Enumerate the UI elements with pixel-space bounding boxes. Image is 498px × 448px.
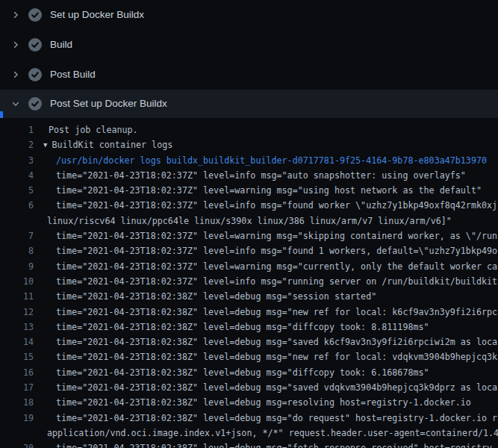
line-number[interactable]: 7 — [0, 228, 34, 243]
line-number[interactable]: 2 — [0, 137, 34, 152]
log-line: 10time="2021-04-23T18:02:37Z" level=info… — [0, 274, 498, 289]
log-text: Post job cleanup. — [49, 122, 138, 137]
step-toggle[interactable] — [10, 10, 21, 20]
step-toggle[interactable] — [10, 99, 21, 109]
step-toggle[interactable] — [10, 40, 21, 50]
step-header-build[interactable]: Build — [0, 30, 498, 60]
line-number[interactable]: 19 — [0, 411, 34, 426]
log-line: 1Post job cleanup. — [0, 122, 498, 137]
log-viewer: 1Post job cleanup.2▼BuildKit container l… — [0, 118, 498, 448]
log-line: 16time="2021-04-23T18:02:38Z" level=debu… — [0, 365, 498, 380]
log-text: time="2021-04-23T18:02:37Z" level=info m… — [56, 198, 497, 213]
step-status-icon — [28, 8, 42, 22]
log-text: time="2021-04-23T18:02:38Z" level=debug … — [56, 305, 497, 320]
log-text: time="2021-04-23T18:02:38Z" level=debug … — [56, 380, 497, 395]
check-circle-icon — [28, 38, 42, 52]
log-text: time="2021-04-23T18:02:38Z" level=debug … — [56, 365, 429, 380]
log-text: time="2021-04-23T18:02:38Z" level=debug … — [56, 320, 429, 335]
line-number[interactable]: 6 — [0, 198, 34, 213]
step-focus-accent — [0, 111, 3, 118]
check-circle-icon — [28, 68, 42, 81]
line-number[interactable]: 5 — [0, 183, 34, 198]
log-text: time="2021-04-23T18:02:38Z" level=debug … — [56, 441, 497, 448]
log-line: application/vnd.oci.image.index.v1+json,… — [0, 426, 498, 441]
check-circle-icon — [28, 8, 42, 22]
log-text: linux/riscv64 linux/ppc64le linux/s390x … — [47, 214, 452, 228]
log-line: 8time="2021-04-23T18:02:37Z" level=info … — [0, 243, 498, 258]
step-header-post-build[interactable]: Post Build — [0, 60, 498, 90]
step-header-set-up-docker-buildx[interactable]: Set up Docker Buildx — [0, 0, 498, 30]
line-number — [0, 214, 34, 228]
check-circle-icon — [28, 97, 42, 111]
log-text: time="2021-04-23T18:02:37Z" level=warnin… — [56, 259, 497, 274]
step-toggle[interactable] — [10, 69, 21, 80]
log-line: 7time="2021-04-23T18:02:37Z" level=warni… — [0, 228, 498, 243]
log-line: 6time="2021-04-23T18:02:37Z" level=info … — [0, 198, 498, 213]
log-line: 11time="2021-04-23T18:02:38Z" level=debu… — [0, 289, 498, 304]
step-label: Post Set up Docker Buildx — [50, 98, 167, 110]
log-text: time="2021-04-23T18:02:38Z" level=debug … — [56, 289, 376, 304]
log-text: time="2021-04-23T18:02:38Z" level=debug … — [56, 395, 471, 410]
line-number[interactable]: 16 — [0, 365, 34, 380]
line-number[interactable]: 1 — [0, 122, 34, 137]
log-text: time="2021-04-23T18:02:38Z" level=debug … — [56, 411, 497, 426]
line-number[interactable]: 3 — [0, 153, 34, 168]
log-line: 19time="2021-04-23T18:02:38Z" level=debu… — [0, 411, 498, 426]
line-number[interactable]: 18 — [0, 395, 34, 410]
log-text: time="2021-04-23T18:02:37Z" level=info m… — [56, 274, 497, 289]
log-line: 12time="2021-04-23T18:02:38Z" level=debu… — [0, 305, 498, 320]
step-label: Build — [50, 39, 72, 51]
log-text: time="2021-04-23T18:02:38Z" level=debug … — [56, 335, 497, 349]
line-number[interactable]: 10 — [0, 274, 34, 289]
log-line: 2▼BuildKit container logs — [0, 137, 498, 152]
log-line: 9time="2021-04-23T18:02:37Z" level=warni… — [0, 259, 498, 274]
log-line: linux/riscv64 linux/ppc64le linux/s390x … — [0, 214, 498, 228]
step-label: Post Build — [50, 69, 96, 81]
line-number[interactable]: 14 — [0, 335, 34, 349]
line-number[interactable]: 12 — [0, 305, 34, 320]
log-group-label: BuildKit container logs — [52, 140, 172, 150]
chevron-right-icon — [11, 70, 20, 79]
log-line: 5time="2021-04-23T18:02:37Z" level=warni… — [0, 183, 498, 198]
line-number[interactable]: 15 — [0, 349, 34, 364]
line-number[interactable]: 9 — [0, 259, 34, 274]
log-line: 17time="2021-04-23T18:02:38Z" level=debu… — [0, 380, 498, 395]
line-number[interactable]: 17 — [0, 380, 34, 395]
line-number[interactable]: 13 — [0, 320, 34, 335]
chevron-down-icon — [11, 99, 20, 108]
chevron-right-icon — [11, 10, 20, 19]
log-line: 20time="2021-04-23T18:02:38Z" level=debu… — [0, 441, 498, 448]
log-line: 15time="2021-04-23T18:02:38Z" level=debu… — [0, 349, 498, 364]
step-status-icon — [28, 38, 42, 52]
step-status-icon — [28, 68, 42, 81]
line-number[interactable]: 8 — [0, 243, 34, 258]
log-text: time="2021-04-23T18:02:38Z" level=debug … — [56, 349, 497, 364]
step-header-post-set-up-docker-buildx[interactable]: Post Set up Docker Buildx — [0, 90, 498, 118]
chevron-right-icon — [11, 40, 20, 49]
log-text: time="2021-04-23T18:02:37Z" level=warnin… — [56, 183, 482, 198]
log-text: application/vnd.oci.image.index.v1+json,… — [47, 426, 498, 441]
log-text: time="2021-04-23T18:02:37Z" level=info m… — [56, 168, 466, 183]
log-line: 4time="2021-04-23T18:02:37Z" level=info … — [0, 168, 498, 183]
line-number — [0, 426, 34, 441]
line-number[interactable]: 11 — [0, 289, 34, 304]
log-line: 13time="2021-04-23T18:02:38Z" level=debu… — [0, 320, 498, 335]
log-command-text: /usr/bin/docker logs buildx_buildkit_bui… — [56, 153, 487, 168]
log-group-toggle[interactable]: ▼BuildKit container logs — [43, 137, 172, 152]
steps-list: Set up Docker BuildxBuildPost BuildPost … — [0, 0, 498, 118]
line-number[interactable]: 20 — [0, 441, 34, 448]
group-collapse-triangle-icon: ▼ — [43, 141, 47, 149]
log-text: time="2021-04-23T18:02:37Z" level=info m… — [56, 243, 497, 258]
log-line: 3/usr/bin/docker logs buildx_buildkit_bu… — [0, 153, 498, 168]
step-label: Set up Docker Buildx — [50, 9, 144, 21]
log-text: time="2021-04-23T18:02:37Z" level=warnin… — [56, 228, 497, 243]
log-line: 14time="2021-04-23T18:02:38Z" level=debu… — [0, 335, 498, 349]
step-status-icon — [28, 97, 42, 111]
log-line: 18time="2021-04-23T18:02:38Z" level=debu… — [0, 395, 498, 410]
line-number[interactable]: 4 — [0, 168, 34, 183]
